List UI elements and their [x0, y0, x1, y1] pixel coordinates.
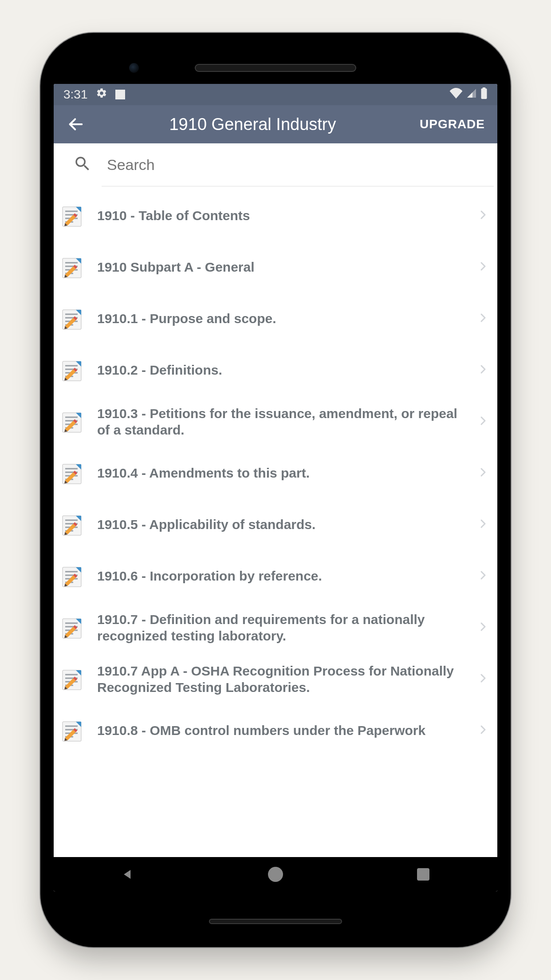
- list-item-label: 1910.4 - Amendments to this part.: [97, 465, 478, 482]
- screen: 3:31: [54, 84, 497, 892]
- svg-rect-0: [481, 88, 487, 99]
- list-item-label: 1910.3 - Petitions for the issuance, ame…: [97, 405, 478, 439]
- chevron-right-icon: [478, 261, 488, 273]
- document-icon: [60, 511, 87, 538]
- status-right: [449, 87, 488, 102]
- arrow-left-icon: [67, 115, 85, 133]
- document-icon: [60, 254, 87, 281]
- app-indicator-icon: [115, 90, 125, 99]
- back-button[interactable]: [62, 110, 90, 138]
- list-item-label: 1910.7 - Definition and requirements for…: [97, 611, 478, 644]
- app-bar: 1910 General Industry UPGRADE: [54, 105, 497, 143]
- system-nav-bar: [54, 857, 497, 892]
- upgrade-button[interactable]: UPGRADE: [415, 117, 489, 131]
- document-icon: [60, 563, 87, 589]
- list-item[interactable]: 1910.8 - OMB control numbers under the P…: [54, 705, 497, 756]
- svg-rect-1: [483, 87, 486, 89]
- list-item[interactable]: 1910 Subpart A - General: [54, 241, 497, 293]
- status-time: 3:31: [63, 87, 88, 102]
- signal-icon: [466, 87, 477, 102]
- wifi-icon: [449, 87, 463, 102]
- phone-speaker-bottom: [209, 919, 342, 924]
- document-icon: [60, 614, 87, 641]
- triangle-back-icon: [121, 868, 134, 881]
- chevron-right-icon: [478, 209, 488, 222]
- list-item-label: 1910 - Table of Contents: [97, 207, 478, 224]
- list-item[interactable]: 1910.3 - Petitions for the issuance, ame…: [54, 396, 497, 447]
- battery-icon: [480, 87, 488, 102]
- list-item[interactable]: 1910.4 - Amendments to this part.: [54, 447, 497, 499]
- list-item[interactable]: 1910.6 - Incorporation by reference.: [54, 550, 497, 602]
- list-item-label: 1910.6 - Incorporation by reference.: [97, 568, 478, 585]
- search-input[interactable]: [105, 153, 488, 177]
- document-icon: [60, 408, 87, 435]
- app-title-wrap: 1910 General Industry: [90, 115, 415, 134]
- list-item-label: 1910.1 - Purpose and scope.: [97, 310, 478, 327]
- search-icon: [73, 154, 92, 175]
- list-item[interactable]: 1910.5 - Applicability of standards.: [54, 499, 497, 550]
- chevron-right-icon: [478, 724, 488, 737]
- document-icon: [60, 666, 87, 692]
- phone-frame: 3:31: [40, 33, 511, 947]
- list-item-label: 1910.8 - OMB control numbers under the P…: [97, 722, 478, 739]
- list-item-label: 1910 Subpart A - General: [97, 259, 478, 276]
- list-item-label: 1910.5 - Applicability of standards.: [97, 516, 478, 533]
- chevron-right-icon: [478, 570, 488, 582]
- list-item-label: 1910.7 App A - OSHA Recognition Process …: [97, 663, 478, 696]
- status-bar: 3:31: [54, 84, 497, 105]
- page-title: 1910 General Industry: [169, 115, 336, 134]
- document-icon: [60, 717, 87, 744]
- list-item[interactable]: 1910.7 - Definition and requirements for…: [54, 602, 497, 653]
- document-icon: [60, 460, 87, 486]
- nav-recents-button[interactable]: [413, 864, 434, 885]
- chevron-right-icon: [478, 621, 488, 634]
- nav-home-button[interactable]: [265, 864, 286, 885]
- chevron-right-icon: [478, 518, 488, 531]
- document-icon: [60, 357, 87, 383]
- list-item[interactable]: 1910 - Table of Contents: [54, 190, 497, 241]
- list-item[interactable]: 1910.7 App A - OSHA Recognition Process …: [54, 653, 497, 705]
- search-row[interactable]: [54, 143, 497, 186]
- document-icon: [60, 202, 87, 229]
- settings-icon: [96, 87, 107, 102]
- chevron-right-icon: [478, 364, 488, 376]
- list-item[interactable]: 1910.1 - Purpose and scope.: [54, 293, 497, 344]
- status-left: 3:31: [63, 87, 125, 102]
- chevron-right-icon: [478, 467, 488, 479]
- list-item-label: 1910.2 - Definitions.: [97, 362, 478, 379]
- square-recents-icon: [417, 868, 429, 881]
- regulation-list[interactable]: 1910 - Table of Contents1910 Subpart A -…: [54, 186, 497, 857]
- circle-home-icon: [268, 867, 283, 882]
- chevron-right-icon: [478, 673, 488, 685]
- document-icon: [60, 305, 87, 332]
- chevron-right-icon: [478, 415, 488, 428]
- chevron-right-icon: [478, 312, 488, 325]
- nav-back-button[interactable]: [117, 864, 138, 885]
- list-item[interactable]: 1910.2 - Definitions.: [54, 344, 497, 396]
